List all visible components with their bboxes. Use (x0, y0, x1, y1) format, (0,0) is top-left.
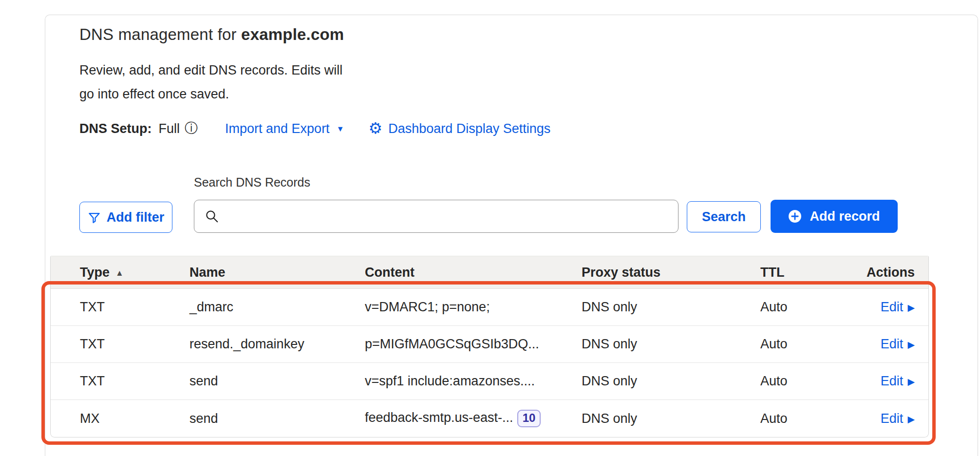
column-header-proxy-status[interactable]: Proxy status (582, 265, 760, 280)
add-record-button[interactable]: Add record (771, 200, 898, 233)
edit-arrow-icon: ▶ (907, 302, 915, 313)
import-export-dropdown[interactable]: Import and Export▼ (225, 121, 344, 136)
column-header-name[interactable]: Name (189, 265, 365, 280)
table-row: MX send feedback-smtp.us-east-...10 DNS … (51, 400, 928, 437)
page-title-prefix: DNS management for (79, 25, 241, 43)
cell-ttl: Auto (760, 411, 858, 426)
column-header-ttl[interactable]: TTL (760, 265, 858, 280)
import-export-label: Import and Export (225, 121, 330, 136)
table-row: TXT send v=spf1 include:amazonses.... DN… (51, 363, 928, 400)
search-records-label: Search DNS Records (194, 175, 310, 190)
edit-arrow-icon: ▶ (907, 339, 915, 350)
cell-proxy-status: DNS only (582, 337, 760, 352)
cell-ttl: Auto (760, 374, 858, 389)
cell-type: TXT (80, 300, 189, 315)
edit-button[interactable]: Edit▶ (881, 411, 915, 426)
edit-arrow-icon: ▶ (907, 376, 915, 387)
mx-priority-badge: 10 (517, 410, 541, 427)
dashboard-display-settings-label: Dashboard Display Settings (388, 121, 550, 136)
dns-setup-row: DNS Setup: Full ⓘ Import and Export▼ ⚙Da… (79, 119, 550, 138)
cell-name: _dmarc (189, 300, 365, 315)
cell-proxy-status: DNS only (582, 411, 760, 426)
table-row: TXT _dmarc v=DMARC1; p=none; DNS only Au… (51, 289, 928, 326)
cell-type: TXT (80, 374, 189, 389)
cell-content: v=DMARC1; p=none; (365, 300, 582, 315)
search-icon (205, 209, 219, 224)
cell-type: MX (80, 411, 189, 426)
cell-name: resend._domainkey (189, 337, 365, 352)
search-box (194, 200, 678, 233)
cell-actions: Edit▶ (881, 337, 915, 352)
cell-content: p=MIGfMA0GCSqGSIb3DQ... (365, 337, 582, 352)
cell-actions: Edit▶ (881, 411, 915, 426)
page-description-line1: Review, add, and edit DNS records. Edits… (79, 58, 342, 82)
filter-icon (88, 211, 101, 224)
cell-content: v=spf1 include:amazonses.... (365, 374, 582, 389)
cell-ttl: Auto (760, 300, 858, 315)
plus-circle-icon (788, 209, 802, 223)
info-icon[interactable]: ⓘ (185, 119, 198, 137)
cell-proxy-status: DNS only (582, 300, 760, 315)
page-description: Review, add, and edit DNS records. Edits… (79, 58, 342, 106)
search-button[interactable]: Search (687, 201, 761, 232)
dashboard-display-settings-link[interactable]: ⚙Dashboard Display Settings (368, 119, 550, 138)
dns-management-page: DNS management for example.com Review, a… (0, 0, 980, 456)
edit-button[interactable]: Edit▶ (881, 300, 915, 315)
cell-content: feedback-smtp.us-east-...10 (365, 410, 582, 427)
dns-setup-label: DNS Setup: (79, 121, 152, 136)
cell-actions: Edit▶ (881, 300, 915, 315)
edit-button[interactable]: Edit▶ (881, 374, 915, 389)
chevron-down-icon: ▼ (337, 125, 344, 133)
add-record-label: Add record (810, 209, 880, 224)
table-row: TXT resend._domainkey p=MIGfMA0GCSqGSIb3… (51, 326, 928, 363)
add-filter-button[interactable]: Add filter (79, 202, 172, 233)
sort-asc-icon: ▲ (115, 268, 124, 278)
cell-name: send (189, 374, 365, 389)
dns-setup-value: Full (159, 121, 180, 136)
domain-name: example.com (241, 25, 344, 43)
edit-button[interactable]: Edit▶ (881, 337, 915, 352)
page-title: DNS management for example.com (79, 25, 344, 44)
search-button-label: Search (702, 209, 746, 225)
gear-icon: ⚙ (368, 119, 382, 137)
cell-name: send (189, 411, 365, 426)
cell-ttl: Auto (760, 337, 858, 352)
page-description-line2: go into effect once saved. (79, 82, 342, 106)
column-header-actions: Actions (867, 265, 915, 280)
edit-arrow-icon: ▶ (907, 414, 915, 425)
cell-proxy-status: DNS only (582, 374, 760, 389)
column-header-type[interactable]: Type▲ (80, 265, 189, 280)
search-input[interactable] (194, 200, 678, 233)
dns-records-table: Type▲ Name Content Proxy status TTL Acti… (50, 256, 929, 437)
table-header-row: Type▲ Name Content Proxy status TTL Acti… (51, 256, 928, 289)
cell-type: TXT (80, 337, 189, 352)
cell-actions: Edit▶ (881, 374, 915, 389)
add-filter-label: Add filter (107, 210, 165, 225)
column-header-content[interactable]: Content (365, 265, 582, 280)
